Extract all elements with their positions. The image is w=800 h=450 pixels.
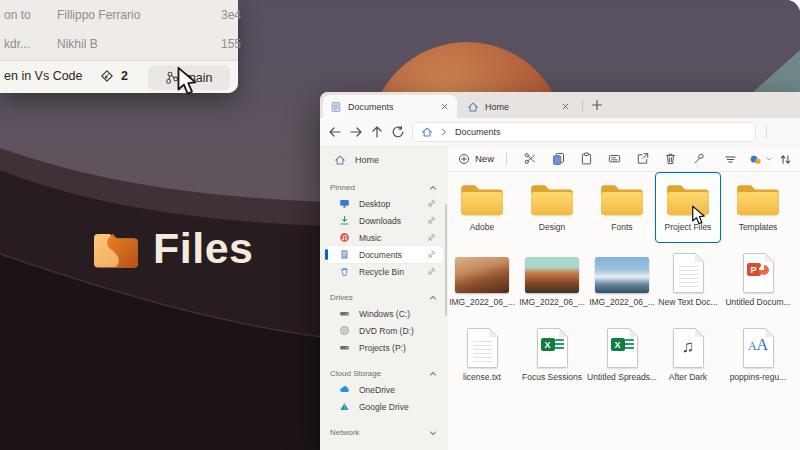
sidebar-item-home[interactable]: Home bbox=[320, 149, 448, 170]
plus-circle-icon bbox=[458, 153, 470, 165]
chevron-up-icon[interactable] bbox=[428, 183, 438, 193]
tab-documents[interactable]: Documents bbox=[323, 95, 457, 118]
tab-home[interactable]: Home bbox=[460, 95, 578, 118]
sort-icon[interactable] bbox=[779, 153, 792, 166]
open-in-vscode-button[interactable]: en in Vs Code bbox=[4, 69, 83, 83]
excel-file-tile[interactable]: X Focus Sessions bbox=[519, 322, 585, 393]
item-label: Adobe bbox=[470, 222, 495, 232]
item-label: After Dark bbox=[669, 372, 707, 382]
commit-message: kdr... bbox=[4, 37, 30, 51]
onedrive-cloud-icon bbox=[339, 384, 350, 395]
font-file-tile[interactable]: AA poppins-regu... bbox=[725, 322, 791, 393]
chevron-up-icon[interactable] bbox=[428, 293, 438, 303]
new-button[interactable]: New bbox=[458, 153, 494, 165]
cut-icon[interactable] bbox=[524, 152, 537, 165]
sidebar-item-onedrive[interactable]: OneDrive bbox=[325, 381, 443, 398]
drive-icon bbox=[339, 308, 350, 319]
branch-selector-button[interactable]: main bbox=[148, 65, 230, 90]
sidebar-item-label: Home bbox=[355, 155, 448, 165]
folder-tile[interactable]: Design bbox=[519, 172, 585, 243]
item-label: IMG_2022_06_... bbox=[589, 297, 655, 307]
breadcrumb[interactable]: Documents bbox=[412, 122, 756, 142]
address-search-divider bbox=[766, 125, 767, 139]
commit-hash: 155 bbox=[221, 37, 241, 51]
close-tab-icon[interactable] bbox=[438, 101, 450, 113]
sidebar-item-google-drive[interactable]: Google Drive bbox=[325, 398, 443, 415]
sidebar-item-windows-c[interactable]: Windows (C:) bbox=[325, 305, 443, 322]
text-file-tile[interactable]: New Text Doc... bbox=[655, 247, 721, 318]
sidebar-section-pinned[interactable]: Pinned bbox=[320, 180, 448, 195]
rename-icon[interactable] bbox=[608, 152, 621, 165]
sidebar-section-cloud-storage[interactable]: Cloud Storage bbox=[320, 366, 448, 381]
photo-thumbnail bbox=[595, 257, 649, 293]
folder-tile-selected[interactable]: Project Files bbox=[655, 172, 721, 243]
folder-tile[interactable]: Adobe bbox=[449, 172, 515, 243]
folder-tile[interactable]: Fonts bbox=[589, 172, 655, 243]
item-label: license.txt bbox=[463, 372, 501, 382]
commit-author: Fillippo Ferrario bbox=[57, 8, 140, 22]
text-file-tile[interactable]: license.txt bbox=[449, 322, 515, 393]
sidebar-item-label: Recycle Bin bbox=[359, 267, 418, 277]
commit-row[interactable]: kdr... Nikhil B 155 bbox=[0, 31, 238, 57]
up-button[interactable] bbox=[370, 125, 384, 139]
sidebar-section-network[interactable]: Network bbox=[320, 425, 448, 440]
sidebar-item-recycle-bin[interactable]: Recycle Bin bbox=[325, 263, 443, 280]
sidebar-scrollbar[interactable] bbox=[445, 204, 448, 316]
navigation-sidebar: Home Pinned Desktop Downloads bbox=[320, 146, 448, 450]
image-file-tile[interactable]: IMG_2022_06_... bbox=[589, 247, 655, 318]
chevron-down-icon[interactable] bbox=[428, 428, 438, 438]
promo-scene: Files on to Fillippo Ferrario 3e4 kdr...… bbox=[0, 0, 800, 450]
commit-count: 2 bbox=[121, 69, 128, 83]
delete-icon[interactable] bbox=[664, 152, 677, 165]
item-label: New Text Doc... bbox=[658, 297, 717, 307]
new-tab-button[interactable] bbox=[590, 98, 604, 112]
sidebar-item-dvd-rom[interactable]: DVD Rom (D:) bbox=[325, 322, 443, 339]
sidebar-section-drives[interactable]: Drives bbox=[320, 290, 448, 305]
chevron-down-icon[interactable] bbox=[765, 155, 773, 163]
paste-icon[interactable] bbox=[580, 152, 593, 165]
image-file-tile[interactable]: IMG_2022_06_... bbox=[519, 247, 585, 318]
archive-icon[interactable] bbox=[692, 152, 705, 165]
sidebar-item-desktop[interactable]: Desktop bbox=[325, 195, 443, 212]
folder-icon bbox=[735, 182, 781, 218]
excel-spreadsheet-icon: X bbox=[607, 328, 638, 368]
commit-message: on to bbox=[4, 8, 31, 22]
excel-file-tile[interactable]: X Untitled Spreads... bbox=[589, 322, 655, 393]
powerpoint-file-tile[interactable]: P Untitled Docum... bbox=[725, 247, 791, 318]
sidebar-item-projects-p[interactable]: Projects (P:) bbox=[325, 339, 443, 356]
sidebar-item-label: Projects (P:) bbox=[359, 343, 443, 353]
image-file-tile[interactable]: IMG_2022_06_... bbox=[449, 247, 515, 318]
commit-diamond-icon bbox=[100, 69, 114, 83]
sidebar-item-downloads[interactable]: Downloads bbox=[325, 212, 443, 229]
pin-icon bbox=[427, 267, 436, 276]
layout-icon[interactable] bbox=[724, 153, 737, 166]
audio-file-tile[interactable]: ♫ After Dark bbox=[655, 322, 721, 393]
folder-icon bbox=[529, 182, 575, 218]
view-options-icon[interactable] bbox=[749, 153, 762, 166]
copy-icon[interactable] bbox=[552, 152, 565, 165]
close-tab-icon[interactable] bbox=[559, 101, 571, 113]
sidebar-item-documents[interactable]: Documents bbox=[325, 246, 443, 263]
files-logo-icon bbox=[93, 230, 139, 268]
item-label: Project Files bbox=[665, 222, 712, 232]
photo-thumbnail bbox=[525, 257, 579, 293]
folder-icon bbox=[599, 182, 645, 218]
sidebar-item-label: Downloads bbox=[359, 216, 418, 226]
item-label: Untitled Docum... bbox=[725, 297, 790, 307]
share-icon[interactable] bbox=[636, 152, 649, 165]
back-button[interactable] bbox=[328, 125, 342, 139]
sidebar-item-music[interactable]: Music bbox=[325, 229, 443, 246]
chevron-up-icon[interactable] bbox=[428, 369, 438, 379]
document-tab-icon bbox=[330, 101, 342, 113]
commit-row[interactable]: on to Fillippo Ferrario 3e4 bbox=[0, 2, 238, 28]
refresh-button[interactable] bbox=[391, 125, 405, 139]
branch-icon bbox=[165, 71, 179, 85]
folder-tile[interactable]: Templates bbox=[725, 172, 791, 243]
commit-count-indicator[interactable]: 2 bbox=[100, 69, 128, 83]
home-breadcrumb-icon bbox=[421, 126, 433, 138]
text-document-icon bbox=[673, 253, 704, 293]
toolbar: New bbox=[448, 146, 800, 172]
git-panel: on to Fillippo Ferrario 3e4 kdr... Nikhi… bbox=[0, 0, 238, 93]
forward-button[interactable] bbox=[349, 125, 363, 139]
drive-icon bbox=[339, 342, 350, 353]
